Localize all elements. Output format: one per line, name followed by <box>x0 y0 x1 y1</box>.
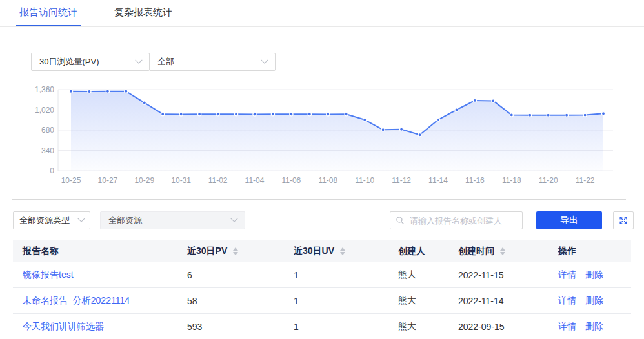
col-header-actions: 操作 <box>548 246 631 257</box>
chart-point[interactable] <box>455 108 458 111</box>
chart-point[interactable] <box>565 113 569 117</box>
fullscreen-button[interactable] <box>613 211 634 229</box>
chart-point[interactable] <box>327 113 330 116</box>
chart-point[interactable] <box>125 90 128 93</box>
chart-point[interactable] <box>345 113 348 116</box>
created-value: 2022-11-15 <box>448 270 548 280</box>
uv-value: 1 <box>284 296 388 306</box>
chart-point[interactable] <box>601 112 605 115</box>
creator-value: 熊大 <box>388 269 448 281</box>
x-axis-tick-label: 11-16 <box>465 176 485 185</box>
col-header-created: 创建时间 <box>448 246 548 257</box>
detail-link[interactable]: 详情 <box>558 295 576 307</box>
y-axis-tick-label: 340 <box>41 146 54 155</box>
x-axis-tick-label: 11-02 <box>208 176 228 185</box>
y-axis-tick-label: 1,360 <box>35 85 54 94</box>
sort-icon[interactable] <box>340 247 345 255</box>
delete-link[interactable]: 删除 <box>585 295 603 307</box>
x-axis-tick-label: 10-31 <box>171 176 191 185</box>
metric-select-value: 30日浏览量(PV) <box>39 56 99 68</box>
tab-label: 复杂报表统计 <box>114 6 172 19</box>
resource-select[interactable]: 全部资源 <box>100 211 245 229</box>
x-axis-tick-label: 11-10 <box>355 176 374 185</box>
chart-point[interactable] <box>161 113 165 116</box>
chart-point[interactable] <box>492 99 495 102</box>
chevron-down-icon <box>261 57 268 64</box>
tab-report-access-stats[interactable]: 报告访问统计 <box>16 0 81 26</box>
x-axis-tick-label: 10-27 <box>98 176 118 185</box>
x-axis-tick-label: 11-12 <box>392 176 411 185</box>
created-value: 2022-11-14 <box>448 296 548 306</box>
scope-select[interactable]: 全部 <box>149 53 276 71</box>
chart-point[interactable] <box>400 128 403 131</box>
x-axis-tick-label: 11-08 <box>318 176 337 185</box>
x-axis-tick-label: 11-22 <box>576 176 595 185</box>
sort-icon[interactable] <box>233 247 238 255</box>
creator-value: 熊大 <box>388 321 448 333</box>
fullscreen-icon <box>619 216 628 225</box>
delete-link[interactable]: 删除 <box>585 321 603 333</box>
report-name-link[interactable]: 镜像报告test <box>23 269 74 281</box>
creator-value: 熊大 <box>388 295 448 307</box>
search-box <box>390 211 523 229</box>
tab-complex-report-stats[interactable]: 复杂报表统计 <box>111 0 176 26</box>
x-axis-tick-label: 11-14 <box>428 176 448 185</box>
x-axis-tick-label: 11-06 <box>281 176 301 185</box>
report-table: 报告名称 近30日PV 近30日UV 创建人 创建时间 操作 镜像报告test … <box>13 240 631 339</box>
col-header-pv: 近30日PV <box>177 246 284 257</box>
tab-label: 报告访问统计 <box>19 6 77 19</box>
search-input[interactable] <box>408 215 517 226</box>
created-value: 2022-09-15 <box>448 322 548 332</box>
chart-point[interactable] <box>547 113 550 117</box>
resource-type-select[interactable]: 全部资源类型 <box>13 211 90 229</box>
metric-select[interactable]: 30日浏览量(PV) <box>31 53 150 71</box>
scope-select-value: 全部 <box>157 56 174 68</box>
detail-link[interactable]: 详情 <box>558 321 576 333</box>
chart-point[interactable] <box>179 113 183 116</box>
y-axis-tick-label: 1,020 <box>35 106 54 115</box>
table-body: 镜像报告test 6 1 熊大 2022-11-15 详情 删除 未命名报告_分… <box>13 262 631 339</box>
chart-point[interactable] <box>583 113 587 117</box>
uv-value: 1 <box>284 322 388 332</box>
chart-point[interactable] <box>106 90 109 93</box>
y-axis-tick-label: 680 <box>41 126 54 135</box>
pv-trend-chart: 03406801,0201,36010-2510-2710-2910-3111-… <box>0 82 644 188</box>
chart-point[interactable] <box>290 113 293 116</box>
chevron-down-icon <box>77 215 85 222</box>
pv-value: 58 <box>177 296 284 306</box>
sort-icon[interactable] <box>500 247 505 255</box>
detail-link[interactable]: 详情 <box>558 269 576 281</box>
chart-point[interactable] <box>198 113 201 116</box>
chart-point[interactable] <box>216 113 219 116</box>
chart-point[interactable] <box>253 113 256 116</box>
report-name-link[interactable]: 今天我们讲讲筛选器 <box>23 321 104 333</box>
x-axis-tick-label: 10-25 <box>61 176 81 185</box>
x-axis-tick-label: 11-20 <box>539 176 558 185</box>
resource-select-value: 全部资源 <box>108 215 142 226</box>
delete-link[interactable]: 删除 <box>585 269 603 281</box>
chart-point[interactable] <box>308 113 311 116</box>
report-name-link[interactable]: 未命名报告_分析20221114 <box>23 295 130 307</box>
chart-point[interactable] <box>436 118 439 121</box>
chevron-down-icon <box>135 57 142 64</box>
pv-value: 6 <box>177 270 284 280</box>
chart-point[interactable] <box>510 113 513 117</box>
chart-point[interactable] <box>143 101 146 104</box>
y-axis-tick-label: 0 <box>50 166 54 175</box>
chart-point[interactable] <box>88 90 91 93</box>
col-header-uv: 近30日UV <box>284 246 388 257</box>
chart-area-fill <box>71 92 603 171</box>
chart-point[interactable] <box>271 113 274 116</box>
col-header-report-name: 报告名称 <box>13 246 177 257</box>
chart-point[interactable] <box>234 113 237 116</box>
chart-point[interactable] <box>418 133 421 137</box>
x-axis-tick-label: 11-04 <box>245 176 265 185</box>
chart-point[interactable] <box>69 90 72 93</box>
chart-point[interactable] <box>363 118 367 121</box>
chart-point[interactable] <box>381 128 385 131</box>
table-header-row: 报告名称 近30日PV 近30日UV 创建人 创建时间 操作 <box>13 240 631 262</box>
export-button[interactable]: 导出 <box>536 211 602 229</box>
chart-point[interactable] <box>473 99 476 102</box>
chart-controls: 30日浏览量(PV) 全部 <box>31 53 644 71</box>
chart-point[interactable] <box>528 113 532 117</box>
